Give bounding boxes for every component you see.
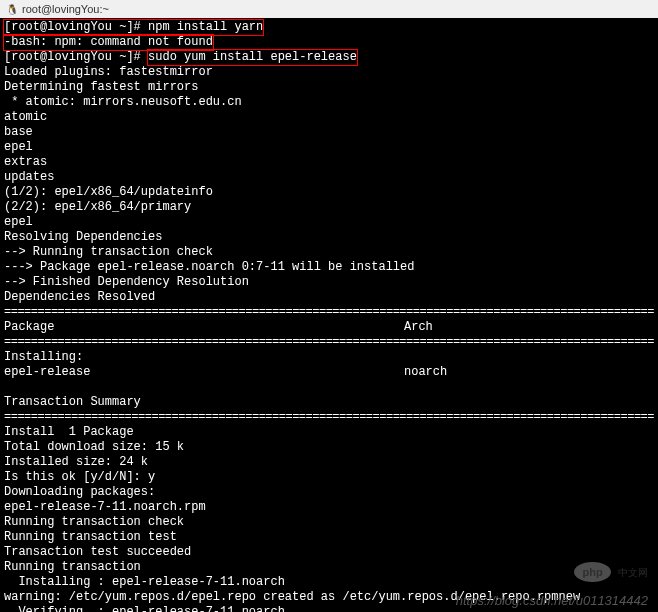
output-line: atomic bbox=[4, 110, 654, 125]
output-line: updates bbox=[4, 170, 654, 185]
output-line: epel bbox=[4, 215, 654, 230]
prompt: [root@lovingYou ~]# bbox=[4, 50, 148, 64]
output-line: * atomic: mirrors.neusoft.edu.cn bbox=[4, 95, 654, 110]
separator: ========================================… bbox=[4, 410, 654, 425]
output-line: --> Finished Dependency Resolution bbox=[4, 275, 654, 290]
output-line: extras bbox=[4, 155, 654, 170]
table-row: epel-release noarch bbox=[4, 365, 654, 380]
output-line: base bbox=[4, 125, 654, 140]
output-line: ---> Package epel-release.noarch 0:7-11 … bbox=[4, 260, 654, 275]
output-line: Running transaction check bbox=[4, 515, 654, 530]
terminal-output[interactable]: [root@lovingYou ~]# npm install yarn -ba… bbox=[0, 18, 658, 612]
highlight-cmd2: sudo yum install epel-release bbox=[147, 49, 358, 66]
window-title: root@lovingYou:~ bbox=[22, 3, 109, 15]
separator: ========================================… bbox=[4, 335, 654, 350]
output-line: (2/2): epel/x86_64/primary bbox=[4, 200, 654, 215]
output-line: Downloading packages: bbox=[4, 485, 654, 500]
output-line: (1/2): epel/x86_64/updateinfo bbox=[4, 185, 654, 200]
output-line: Total download size: 15 k bbox=[4, 440, 654, 455]
output-line: Installed size: 24 k bbox=[4, 455, 654, 470]
installing-label: Installing: bbox=[4, 350, 654, 365]
command-text: npm install yarn bbox=[148, 20, 263, 34]
output-line: Transaction test succeeded bbox=[4, 545, 654, 560]
command-text: sudo yum install epel-release bbox=[148, 50, 357, 64]
footer-url: https://blog.csdn.net/u011314442 bbox=[456, 593, 648, 608]
table-header: Package Arch bbox=[4, 320, 654, 335]
output-line: Installing : epel-release-7-11.noarch bbox=[4, 575, 654, 590]
error-text: -bash: npm: command not found bbox=[4, 35, 213, 49]
prompt: [root@lovingYou ~]# bbox=[4, 20, 148, 34]
window-titlebar: 🐧 root@lovingYou:~ bbox=[0, 0, 658, 18]
output-line: Loaded plugins: fastestmirror bbox=[4, 65, 654, 80]
watermark-text: 中文网 bbox=[618, 567, 648, 578]
summary-label: Transaction Summary bbox=[4, 395, 654, 410]
output-line: Dependencies Resolved bbox=[4, 290, 654, 305]
output-line: Determining fastest mirrors bbox=[4, 80, 654, 95]
watermark-php-icon: php bbox=[574, 562, 610, 582]
terminal-icon: 🐧 bbox=[6, 4, 18, 15]
output-line: epel-release-7-11.noarch.rpm bbox=[4, 500, 654, 515]
pkg-name: epel-release bbox=[4, 365, 404, 380]
output-line: Running transaction bbox=[4, 560, 654, 575]
output-line: Running transaction test bbox=[4, 530, 654, 545]
col-header-arch: Arch bbox=[404, 320, 604, 335]
output-line: --> Running transaction check bbox=[4, 245, 654, 260]
output-line: Is this ok [y/d/N]: y bbox=[4, 470, 654, 485]
pkg-arch: noarch bbox=[404, 365, 604, 380]
separator: ========================================… bbox=[4, 305, 654, 320]
output-line: epel bbox=[4, 140, 654, 155]
watermark: php 中文网 bbox=[574, 562, 648, 582]
col-header-package: Package bbox=[4, 320, 404, 335]
output-line: Resolving Dependencies bbox=[4, 230, 654, 245]
install-count: Install 1 Package bbox=[4, 425, 654, 440]
